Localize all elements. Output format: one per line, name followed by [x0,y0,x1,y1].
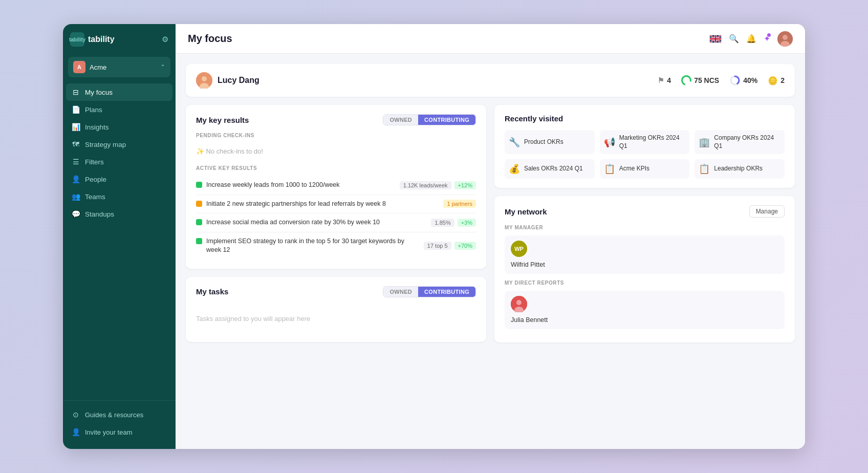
key-results-title: My key results [196,116,249,124]
manager-name: Wilfrid Pittet [511,261,545,268]
key-results-section: My key results OWNED CONTRIBUTING PENDIN… [186,105,486,342]
sidebar-item-label: Teams [85,193,105,201]
sidebar-item-plans[interactable]: 📄 Plans [66,101,172,118]
sidebar-item-label: My focus [85,89,113,96]
coin-icon: 🪙 [768,76,778,85]
active-label: ACTIVE KEY RESULTS [196,165,476,171]
manager-card: WP Wilfrid Pittet [505,235,785,274]
svg-point-5 [202,76,207,81]
change-badge: +12% [454,181,476,189]
flag-stat-icon: ⚑ [658,76,664,84]
recently-visited-card: Recently visited 🔧 Product OKRs 📢 Market… [494,105,795,188]
strategy-map-icon: 🗺 [71,140,80,148]
no-checkins-text: ✨ No check-ins to do! [196,143,476,159]
recent-item-company-okrs[interactable]: 🏢 Company OKRs 2024 Q1 [695,130,785,154]
logo-text: tability [88,35,115,44]
network-title: My network [505,207,547,216]
ncs-stat: 75 NCS [681,75,719,85]
kr-text: Increase social media ad conversion rate… [206,218,380,227]
recent-item-text: Sales OKRs 2024 Q1 [524,165,583,173]
logo-icon: tability [70,32,84,47]
tasks-title: My tasks [196,287,228,296]
sales-okrs-icon: 💰 [509,163,520,175]
tab-contributing-kr[interactable]: CONTRIBUTING [418,115,475,125]
tab-owned-tasks[interactable]: OWNED [383,287,418,297]
kr-item[interactable]: Implement SEO strategy to rank in the to… [196,232,476,260]
sidebar-item-my-focus[interactable]: ⊟ My focus [66,83,172,101]
recently-grid: 🔧 Product OKRs 📢 Marketing OKRs 2024 Q1 … [505,130,785,179]
company-okrs-icon: 🏢 [699,137,710,148]
sidebar-item-label: Plans [85,106,102,114]
recent-item-text: Product OKRs [524,138,563,146]
network-header: My network Manage [505,205,785,218]
sidebar-item-insights[interactable]: 📊 Insights [66,118,172,136]
sidebar-item-invite[interactable]: 👤 Invite your team [66,423,172,441]
flags-value: 4 [667,76,671,84]
recent-item-acme-kpis[interactable]: 📋 Acme KPIs [600,159,690,179]
tab-contributing-tasks[interactable]: CONTRIBUTING [418,287,475,297]
topbar: My focus 🔍 🔔 ✦ [176,24,805,54]
recent-item-text: Company OKRs 2024 Q1 [714,134,780,150]
flag-icon[interactable] [709,35,722,43]
recently-visited-header: Recently visited [505,114,785,123]
flags-stat: ⚑ 4 [658,76,671,84]
user-stats: ⚑ 4 75 NCS 40% 🪙 [658,75,785,86]
ncs-value: 75 NCS [694,76,719,84]
recent-item-product-okrs[interactable]: 🔧 Product OKRs [505,130,595,154]
recent-item-text: Leadership OKRs [714,165,763,173]
kr-item[interactable]: Initiate 2 new strategic partnerships fo… [196,195,476,214]
sidebar-item-people[interactable]: 👤 People [66,170,172,188]
people-icon: 👤 [71,175,80,183]
sidebar-logo: tability tability [70,32,115,47]
svg-point-10 [516,300,522,305]
key-results-tabs: OWNED CONTRIBUTING [383,114,476,125]
search-icon[interactable]: 🔍 [729,34,739,44]
app-window: tability tability ⚙ A Acme ⌃ ⊟ My focus … [63,24,805,449]
manager-label: MY MANAGER [505,225,785,230]
sidebar-bottom: ⊙ Guides & resources 👤 Invite your team [63,400,176,449]
standups-icon: 💬 [71,210,80,218]
workspace-selector[interactable]: A Acme ⌃ [68,57,170,77]
recent-item-marketing-okrs[interactable]: 📢 Marketing OKRs 2024 Q1 [600,130,690,154]
direct-report-avatar [511,296,527,312]
coins-value: 2 [780,76,785,84]
user-avatar-circle [196,72,212,89]
sidebar-item-label: People [85,176,106,183]
user-avatar[interactable] [777,31,793,47]
tab-owned-kr[interactable]: OWNED [383,115,418,125]
kr-badges: 1 partners [443,200,476,208]
main-grid: My key results OWNED CONTRIBUTING PENDIN… [186,105,795,342]
recent-item-leadership-okrs[interactable]: 📋 Leadership OKRs [695,159,785,179]
sidebar-item-filters[interactable]: ☰ Filters [66,153,172,170]
rewards-icon[interactable]: ✦ [764,34,770,44]
right-column: Recently visited 🔧 Product OKRs 📢 Market… [494,105,795,342]
settings-icon[interactable]: ⚙ [162,35,168,44]
plans-icon: 📄 [71,105,80,114]
kr-status-dot [196,201,202,207]
filters-icon: ☰ [71,158,80,166]
product-okrs-icon: 🔧 [509,137,520,148]
pending-label: PENDING CHECK-INS [196,133,476,138]
recent-item-sales-okrs[interactable]: 💰 Sales OKRs 2024 Q1 [505,159,595,179]
kr-item[interactable]: Increase social media ad conversion rate… [196,213,476,232]
bell-icon[interactable]: 🔔 [746,34,756,44]
progress-icon [729,75,741,86]
sidebar: tability tability ⚙ A Acme ⌃ ⊟ My focus … [63,24,176,449]
sidebar-item-label: Insights [85,123,109,131]
change-badge: +70% [454,242,476,250]
teams-icon: 👥 [71,192,80,201]
main-content: My focus 🔍 🔔 ✦ [176,24,805,449]
manage-network-button[interactable]: Manage [749,205,785,218]
sidebar-item-standups[interactable]: 💬 Standups [66,205,172,223]
kr-badges: 17 top 5 +70% [424,242,476,250]
manager-avatar: WP [511,241,527,257]
tasks-card: My tasks OWNED CONTRIBUTING Tasks assign… [186,277,486,342]
sidebar-item-guides[interactable]: ⊙ Guides & resources [66,406,172,423]
sidebar-item-label: Filters [85,158,104,166]
sidebar-item-strategy-map[interactable]: 🗺 Strategy map [66,136,172,153]
metric-badge: 1.12K leads/week [400,181,451,189]
acme-kpis-icon: 📋 [604,163,615,175]
workspace-avatar: A [73,61,85,73]
sidebar-item-teams[interactable]: 👥 Teams [66,188,172,205]
kr-item[interactable]: Increase weekly leads from 1000 to 1200/… [196,176,476,195]
